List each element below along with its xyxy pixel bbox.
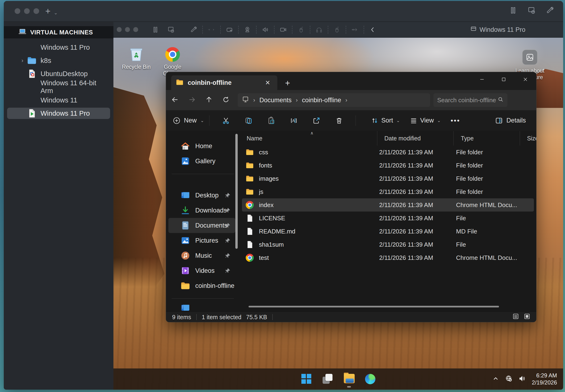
up-button[interactable] (205, 96, 213, 104)
explorer-tab[interactable]: coinbin-offline ✕ (171, 75, 277, 90)
sidebar-item-coinbin-offline[interactable]: coinbin-offline (168, 278, 235, 293)
selection-size: 75.5 KB (246, 314, 267, 321)
vm-list-item[interactable]: Windows 11 Pro (7, 108, 110, 119)
sort-button[interactable]: Sort ⌄ (371, 117, 400, 124)
vm-tool-save-state-icon[interactable] (163, 26, 179, 33)
sidebar-item-home[interactable]: Home (168, 139, 235, 154)
sidebar-item-label: Home (195, 142, 212, 150)
vm-list-item[interactable]: UbuntuDesktop (7, 68, 110, 79)
sidebar-item-documents[interactable]: Documents (168, 218, 235, 233)
vm-display-window: Windows 11 Pro Recycle Bin Google Chrome (113, 22, 563, 390)
file-explorer-taskbar-button[interactable] (344, 374, 354, 384)
tab-close-icon[interactable]: ✕ (263, 79, 273, 86)
save-state-icon[interactable] (527, 6, 536, 15)
explorer-statusbar: 9 items 1 item selected 75.5 KB (166, 312, 536, 322)
new-button[interactable]: New ⌄ (173, 117, 204, 125)
desktop-icon-recycle-bin[interactable]: Recycle Bin (119, 46, 154, 70)
vm-tool-collapse-icon[interactable] (365, 26, 381, 33)
file-row[interactable]: images 2/11/2026 11:39 AM File folder (242, 172, 534, 185)
file-row[interactable]: test 2/11/2026 11:39 AM Chrome HTML Docu… (242, 251, 534, 264)
sidebar-item-downloads[interactable]: Downloads (168, 203, 235, 218)
details-view-button[interactable] (512, 313, 519, 321)
view-button[interactable]: View ⌄ (410, 117, 441, 124)
vm-list-item[interactable]: Windows 11 (7, 95, 110, 106)
cut-button[interactable] (215, 117, 237, 125)
vm-close-button[interactable] (117, 27, 122, 32)
rename-button[interactable]: A (282, 117, 305, 125)
breadcrumb-bar[interactable]: › Documents › coinbin-offline › (238, 93, 430, 107)
sidebar-item-gallery[interactable]: Gallery (168, 154, 235, 169)
vm-tool-usb-icon[interactable] (347, 26, 363, 33)
sidebar-item-music[interactable]: Music (168, 248, 235, 263)
start-button[interactable] (301, 374, 312, 384)
sidebar-item-videos[interactable]: Videos (168, 263, 235, 278)
more-options-button[interactable]: ••• (451, 117, 460, 125)
macos-zoom-button[interactable] (33, 8, 39, 14)
macos-close-button[interactable] (15, 8, 20, 14)
search-icon[interactable] (498, 96, 504, 104)
disclosure-chevron-icon[interactable]: › (18, 57, 26, 64)
vm-list-item[interactable]: › k8s (7, 55, 110, 66)
pause-icon[interactable] (509, 6, 517, 15)
sidebar-item-desktop[interactable]: Desktop (168, 188, 235, 203)
vm-tool-speaker-icon[interactable] (257, 26, 273, 33)
vm-tool-pause-icon[interactable] (148, 26, 163, 33)
edge-taskbar-button[interactable] (365, 374, 375, 384)
sidebar-item-pictures[interactable]: Pictures (168, 233, 235, 248)
vm-list-item[interactable]: Windows 11 64-bit Arm (7, 81, 110, 93)
new-vm-chevron-icon[interactable]: ⌄ (54, 10, 58, 15)
maximize-button[interactable] (493, 72, 515, 87)
file-row[interactable]: LICENSE 2/11/2026 11:39 AM File (242, 211, 534, 225)
vm-tool-network-icon[interactable] (204, 26, 219, 33)
refresh-button[interactable] (222, 96, 230, 104)
back-button[interactable] (171, 96, 179, 104)
macos-minimize-button[interactable] (24, 8, 30, 14)
close-button[interactable] (515, 72, 536, 87)
column-header-type[interactable]: Type (453, 131, 520, 146)
file-row[interactable]: README.md 2/11/2026 11:39 AM MD File (242, 225, 534, 238)
breadcrumb-segment[interactable]: Documents (259, 97, 292, 104)
delete-button[interactable] (328, 117, 350, 125)
file-row[interactable]: js 2/11/2026 11:39 AM File folder (242, 185, 534, 198)
vm-list-item[interactable]: Windows 11 Pro (7, 42, 110, 53)
vm-tool-mouse2-icon[interactable] (329, 26, 345, 33)
minimize-button[interactable] (471, 72, 493, 87)
vm-tool-mouse-icon[interactable] (293, 26, 309, 33)
this-pc-icon[interactable] (242, 96, 249, 105)
search-box[interactable]: Search coinbin-offline (433, 93, 507, 107)
new-vm-button[interactable]: + (45, 7, 50, 15)
settings-wrench-icon[interactable] (546, 6, 554, 15)
vm-zoom-button[interactable] (133, 27, 138, 32)
vm-tool-webcam-icon[interactable] (239, 26, 255, 33)
file-row[interactable]: css 2/11/2026 11:39 AM File folder (242, 146, 534, 159)
breadcrumb-segment[interactable]: coinbin-offline (302, 97, 341, 104)
share-button[interactable] (305, 117, 328, 125)
taskbar-clock[interactable]: 6:29 AM 2/19/2026 (532, 372, 557, 386)
column-header-date[interactable]: Date modified (377, 131, 453, 146)
volume-icon[interactable] (519, 375, 526, 383)
file-row[interactable]: sha1sum 2/11/2026 11:39 AM File (242, 238, 534, 251)
copy-button[interactable] (237, 117, 260, 125)
paste-button[interactable] (260, 117, 282, 125)
tray-chevron-up-icon[interactable] (492, 375, 499, 383)
large-icons-view-button[interactable] (523, 313, 531, 321)
network-no-internet-icon[interactable] (505, 375, 512, 383)
file-row[interactable]: fonts 2/11/2026 11:39 AM File folder (242, 159, 534, 172)
horizontal-scrollbar[interactable] (249, 306, 499, 308)
forward-button[interactable] (188, 96, 196, 104)
sidebar-scrollbar[interactable] (235, 134, 238, 249)
vm-tool-drive-icon[interactable] (222, 26, 237, 33)
details-pane-button[interactable]: Details (495, 117, 526, 125)
new-tab-button[interactable]: + (285, 78, 290, 88)
column-header-size[interactable]: Size (520, 131, 536, 146)
vm-minimize-button[interactable] (125, 27, 130, 32)
file-row[interactable]: index 2/11/2026 11:39 AM Chrome HTML Doc… (242, 198, 534, 211)
vm-tool-wrench-icon[interactable] (186, 26, 201, 33)
selection-count: 1 item selected (202, 314, 241, 321)
windows-desktop[interactable]: Recycle Bin Google Chrome Learn about th… (113, 38, 563, 390)
column-header-name[interactable]: Name (239, 131, 377, 146)
task-view-button[interactable] (323, 374, 333, 384)
vm-tool-camera-icon[interactable] (275, 26, 291, 33)
sidebar-item-this-pc-partial[interactable] (168, 304, 235, 312)
vm-tool-headphones-icon[interactable] (311, 26, 327, 33)
